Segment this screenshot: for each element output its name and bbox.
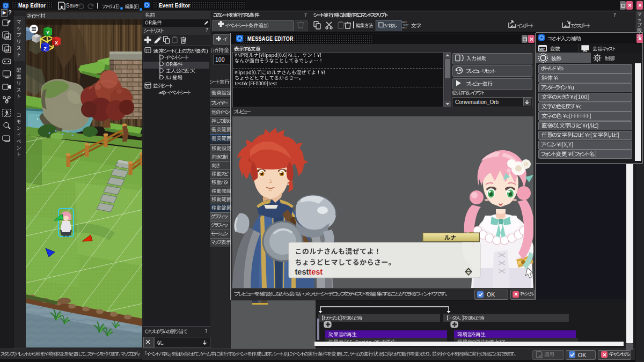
svg-text:Z: Z bbox=[43, 46, 47, 51]
svg-text:X: X bbox=[55, 40, 58, 46]
svg-text:Y: Y bbox=[46, 30, 49, 35]
svg-text:D: D bbox=[6, 48, 9, 53]
svg-text:R: R bbox=[6, 35, 9, 40]
